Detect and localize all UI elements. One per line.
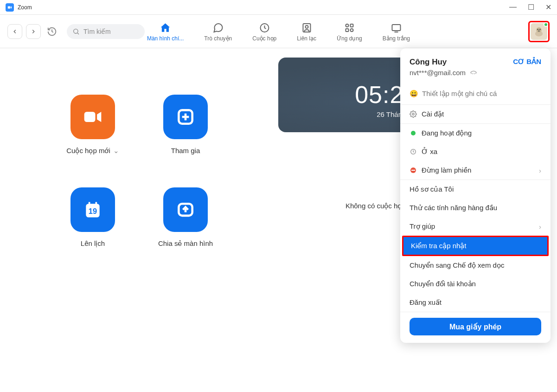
forward-button[interactable] (26, 24, 41, 39)
tab-meetings[interactable]: Cuộc họp (249, 19, 280, 44)
menu-status-away[interactable]: Ở xa (400, 142, 551, 161)
menu-status-dnd[interactable]: Đừng làm phiền › (400, 161, 551, 180)
menu-help[interactable]: Trợ giúp › (400, 217, 551, 236)
status-available-icon (410, 129, 417, 137)
menu-set-note[interactable]: 😀 Thiết lập một ghi chú cá (400, 82, 551, 104)
search-input[interactable]: Tìm kiếm (67, 24, 145, 39)
action-join[interactable]: Tham gia (141, 95, 230, 155)
menu-email: nvt***@gmail.com (410, 69, 541, 77)
zoom-app-icon (6, 3, 14, 12)
tab-home[interactable]: Màn hình chí... (143, 19, 187, 44)
status-dnd-icon (410, 167, 417, 174)
video-icon (70, 95, 115, 139)
gear-icon (410, 110, 417, 118)
home-icon (159, 21, 172, 34)
svg-point-1 (74, 29, 78, 33)
avatar-highlight (528, 21, 550, 42)
minimize-button[interactable]: — (509, 3, 517, 12)
menu-username: Công Huy (410, 58, 447, 67)
action-schedule[interactable]: 19 Lên lịch (49, 187, 137, 248)
actions-panel: Cuộc họp mới ⌄ Tham gia 19 Lên lịch (0, 48, 278, 392)
svg-rect-0 (8, 6, 10, 8)
svg-line-28 (471, 73, 472, 74)
menu-switch-account[interactable]: Chuyển đổi tài khoản (400, 275, 551, 293)
svg-point-5 (305, 26, 308, 28)
maximize-button[interactable]: ☐ (528, 3, 534, 12)
menu-status-available[interactable]: Đang hoạt động (400, 124, 551, 142)
svg-rect-7 (350, 24, 353, 27)
clock-icon (258, 21, 271, 34)
menu-check-updates[interactable]: Kiểm tra cập nhật (400, 236, 551, 256)
tab-contacts[interactable]: Liên lạc (293, 19, 320, 44)
back-button[interactable] (7, 24, 22, 39)
tab-whiteboard[interactable]: Bảng trắng (379, 19, 414, 44)
svg-rect-10 (392, 25, 400, 31)
svg-point-13 (536, 27, 542, 32)
tab-chat[interactable]: Trò chuyện (200, 19, 236, 44)
history-button[interactable] (45, 24, 59, 39)
menu-switch-view[interactable]: Chuyển sang Chế độ xem dọc (400, 256, 551, 275)
svg-point-14 (538, 29, 538, 30)
svg-line-2 (77, 33, 79, 34)
apps-icon (343, 21, 356, 34)
plus-icon (163, 95, 208, 139)
menu-sign-out[interactable]: Đăng xuất (400, 293, 551, 312)
status-away-icon (410, 148, 417, 155)
svg-line-31 (476, 73, 476, 74)
svg-rect-9 (350, 29, 353, 32)
chevron-right-icon: › (539, 167, 541, 174)
menu-settings[interactable]: Cài đặt (400, 105, 551, 123)
window-title: Zoom (18, 4, 32, 11)
calendar-icon: 19 (70, 187, 115, 232)
chevron-right-icon: › (539, 223, 541, 231)
menu-header: Công Huy CƠ BẢN nvt***@gmail.com (400, 48, 551, 82)
svg-point-16 (538, 30, 540, 31)
smile-icon: 😀 (410, 90, 418, 98)
hidden-eye-icon[interactable] (469, 70, 478, 76)
svg-text:19: 19 (89, 207, 97, 215)
toolbar: Tìm kiếm Màn hình chí... Trò chuyện Cuộc… (0, 15, 557, 48)
menu-profile[interactable]: Hồ sơ của Tôi (400, 180, 551, 199)
plan-badge[interactable]: CƠ BẢN (513, 58, 541, 66)
user-dropdown-menu: Công Huy CƠ BẢN nvt***@gmail.com 😀 Thiết… (400, 48, 551, 343)
buy-license-button[interactable]: Mua giấy phép (410, 318, 541, 335)
presence-dot-icon (544, 22, 548, 27)
user-avatar[interactable] (531, 23, 547, 40)
svg-point-15 (539, 29, 540, 30)
svg-rect-8 (346, 29, 348, 32)
svg-rect-6 (346, 24, 348, 27)
action-share-screen[interactable]: Chia sẻ màn hình (141, 187, 230, 248)
svg-rect-17 (84, 112, 96, 122)
chevron-down-icon[interactable]: ⌄ (113, 147, 119, 155)
menu-try-features[interactable]: Thử các tính năng hàng đầu (400, 199, 551, 217)
close-button[interactable]: ✕ (545, 3, 551, 12)
chat-icon (211, 21, 224, 34)
contacts-icon (300, 21, 313, 34)
whiteboard-icon (390, 21, 403, 34)
svg-point-32 (412, 113, 414, 115)
titlebar: Zoom — ☐ ✕ (0, 0, 557, 15)
nav-tabs: Màn hình chí... Trò chuyện Cuộc họp Liên… (143, 19, 414, 44)
tab-apps[interactable]: Ứng dụng (333, 19, 366, 44)
action-new-meeting[interactable]: Cuộc họp mới ⌄ (49, 95, 137, 155)
share-screen-icon (163, 187, 208, 232)
search-placeholder: Tìm kiếm (83, 28, 111, 35)
